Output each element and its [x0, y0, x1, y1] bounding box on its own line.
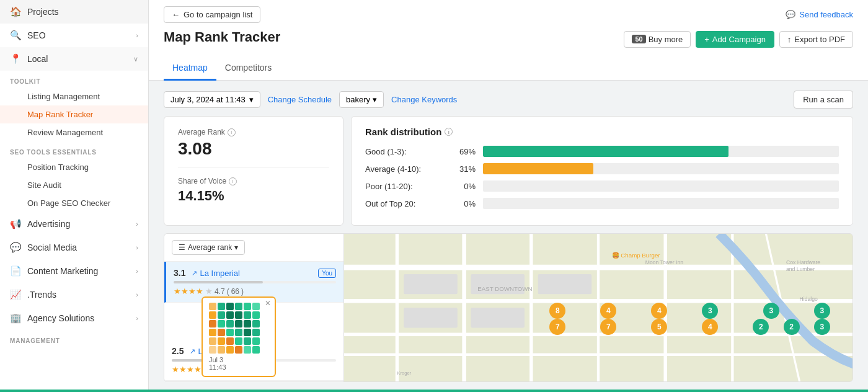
change-schedule-link[interactable]: Change Schedule	[268, 95, 332, 104]
sidebar-item-agency-solutions[interactable]: 🏢 Agency Solutions ›	[0, 306, 148, 330]
sidebar-item-label: Agency Solutions	[27, 313, 94, 323]
dist-row-poor: Poor (11-20): 0%	[365, 180, 839, 192]
tab-heatmap-label: Heatmap	[172, 63, 208, 73]
local-icon: 📍	[10, 53, 21, 65]
tab-heatmap[interactable]: Heatmap	[164, 58, 216, 81]
chevron-down-icon: ▾	[373, 95, 377, 104]
toolkit-label: TOOLKIT	[0, 71, 148, 87]
date-picker[interactable]: July 3, 2024 at 11:43 ▾	[164, 91, 260, 108]
sidebar-item-label: Projects	[27, 7, 59, 17]
map-pin[interactable]: 4	[702, 319, 718, 335]
sidebar-item-label: Social Media	[27, 243, 77, 252]
business-name[interactable]: La Imperial	[200, 269, 239, 278]
map-area[interactable]: EAST DOWNTOWN Moon Tower Inn 🍔 Champ Bur…	[344, 234, 852, 381]
buy-more-button[interactable]: 50 Buy more	[624, 31, 691, 48]
chevron-right-icon: ›	[136, 267, 138, 275]
filter-button[interactable]: ☰ Average rank ▾	[172, 240, 245, 255]
dist-pct-outtop: 0%	[453, 199, 476, 208]
filters-bar: July 3, 2024 at 11:43 ▾ Change Schedule …	[164, 91, 853, 109]
dist-row-good: Good (1-3): 69%	[365, 146, 839, 157]
rating: 4.7	[215, 287, 225, 296]
sidebar-sub-label: Review Management	[27, 128, 103, 137]
page-header: ← Go to campaign list 💬 Send feedback Ma…	[149, 0, 868, 81]
chevron-down-icon: ▾	[249, 95, 254, 104]
map-pin[interactable]: 7	[549, 319, 565, 335]
chevron-right-icon: ›	[136, 32, 138, 39]
sidebar-item-label: Local	[27, 54, 48, 64]
map-pin[interactable]: 8	[549, 303, 565, 319]
sidebar-item-position-tracking[interactable]: Position Tracking	[0, 158, 148, 176]
content-icon: 📄	[10, 265, 21, 277]
map-pin[interactable]: 3	[814, 303, 830, 319]
dist-bar-bg-good	[483, 146, 839, 157]
score-fill	[174, 281, 263, 283]
sidebar-sub-label: Map Rank Tracker	[27, 110, 93, 119]
export-pdf-button[interactable]: ↑ Export to PDF	[779, 31, 853, 48]
map-pin[interactable]: 3	[702, 303, 718, 319]
agency-icon: 🏢	[10, 313, 21, 324]
map-pins-layer: 8443337754223	[344, 234, 852, 381]
distribution-card: Rank distribution i Good (1-3): 69% Aver…	[351, 116, 853, 226]
bottom-row: ☰ Average rank ▾ 3.1 ↗ La Imperial You	[164, 233, 853, 382]
run-scan-button[interactable]: Run a scan	[794, 91, 853, 109]
tab-bar: Heatmap Competitors	[164, 58, 853, 80]
average-rank-info-icon[interactable]: i	[228, 128, 236, 136]
map-pin[interactable]: 2	[784, 319, 800, 335]
sidebar-item-map-rank-tracker[interactable]: Map Rank Tracker	[0, 105, 148, 123]
sidebar-nav: 🏠 Projects 🔍 SEO › 📍 Local ∨ TOOLKIT Lis…	[0, 0, 148, 347]
map-pin[interactable]: 7	[600, 319, 616, 335]
dist-bar-bg-outtop	[483, 198, 839, 209]
sidebar-item-site-audit[interactable]: Site Audit	[0, 176, 148, 194]
heatmap-grid	[209, 303, 268, 354]
business-item-top: 3.1 ↗ La Imperial You	[174, 268, 336, 278]
business-rank: 3.1	[174, 268, 185, 278]
dist-row-average: Average (4-10): 31%	[365, 163, 839, 174]
dist-label-outtop: Out of Top 20:	[365, 199, 446, 208]
sidebar-item-trends[interactable]: 📈 .Trends ›	[0, 283, 148, 306]
map-pin[interactable]: 4	[600, 303, 616, 319]
dist-bar-good	[483, 146, 728, 157]
external-link-icon: ↗	[192, 269, 197, 277]
list-filters: ☰ Average rank ▾	[164, 234, 343, 262]
back-to-campaign-button[interactable]: ← Go to campaign list	[164, 6, 260, 23]
tab-competitors[interactable]: Competitors	[216, 58, 280, 81]
stats-card: Average Rank i 3.08 Share of Voice i 14.…	[164, 116, 343, 226]
sidebar-item-content-marketing[interactable]: 📄 Content Marketing ›	[0, 259, 148, 283]
send-feedback-button[interactable]: 💬 Send feedback	[786, 10, 853, 19]
map-pin[interactable]: 5	[651, 319, 667, 335]
sidebar-sub-label: Listing Management	[27, 92, 100, 101]
seo-essentials-label: SEO TOOLS ESSENTIALS	[0, 141, 148, 158]
map-pin[interactable]: 4	[651, 303, 667, 319]
back-arrow-icon: ←	[172, 10, 180, 19]
seo-icon: 🔍	[10, 30, 21, 41]
map-pin[interactable]: 3	[763, 303, 779, 319]
dist-pct-average: 31%	[453, 164, 476, 174]
share-of-voice-info-icon[interactable]: i	[229, 177, 237, 185]
keyword-picker[interactable]: bakery ▾	[339, 91, 384, 108]
distribution-info-icon[interactable]: i	[445, 128, 453, 136]
date-value: July 3, 2024 at 11:43	[170, 95, 246, 104]
sidebar-item-listing-management[interactable]: Listing Management	[0, 87, 148, 105]
sidebar-item-local[interactable]: 📍 Local ∨	[0, 47, 148, 71]
tooltip-close-icon[interactable]: ✕	[265, 299, 271, 308]
map-pin[interactable]: 3	[814, 319, 830, 335]
external-link-icon: ↗	[190, 347, 195, 355]
add-campaign-button[interactable]: + Add Campaign	[696, 31, 774, 48]
share-of-voice-value: 14.15%	[178, 188, 329, 204]
stats-row: Average Rank i 3.08 Share of Voice i 14.…	[164, 116, 853, 226]
map-pin[interactable]: 2	[753, 319, 769, 335]
sidebar-item-review-management[interactable]: Review Management	[0, 123, 148, 141]
filter-icon: ☰	[179, 243, 185, 252]
content-area: July 3, 2024 at 11:43 ▾ Change Schedule …	[149, 81, 868, 392]
sidebar-item-on-page-seo[interactable]: On Page SEO Checker	[0, 194, 148, 212]
average-rank-value: 3.08	[178, 139, 329, 159]
sidebar-item-advertising[interactable]: 📢 Advertising ›	[0, 212, 148, 236]
sidebar-item-social-media[interactable]: 💬 Social Media ›	[0, 236, 148, 259]
filter-label: Average rank	[188, 243, 232, 252]
sidebar-item-projects[interactable]: 🏠 Projects	[0, 0, 148, 24]
chevron-right-icon: ›	[136, 220, 138, 228]
change-keywords-link[interactable]: Change Keywords	[391, 95, 457, 104]
dist-label-poor: Poor (11-20):	[365, 182, 446, 191]
sidebar-item-seo[interactable]: 🔍 SEO ›	[0, 24, 148, 47]
main-content: ← Go to campaign list 💬 Send feedback Ma…	[149, 0, 868, 392]
